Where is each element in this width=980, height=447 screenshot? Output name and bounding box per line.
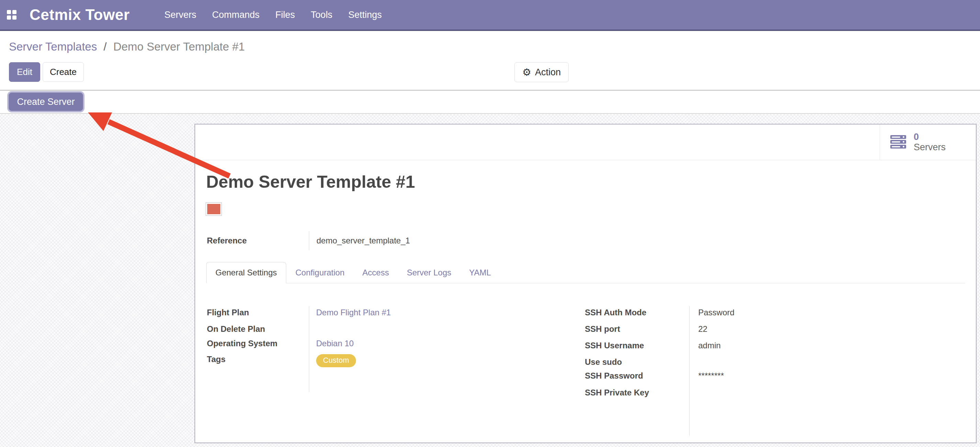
- field-value-use-sudo: [698, 357, 734, 371]
- field-label-operating-system: Operating System: [207, 338, 277, 354]
- gear-icon: ⚙: [522, 67, 531, 77]
- page: Cetmix Tower Servers Commands Files Tool…: [0, 0, 980, 447]
- breadcrumb-parent-link[interactable]: Server Templates: [9, 40, 97, 53]
- tab-yaml[interactable]: YAML: [469, 268, 491, 278]
- right-column-separator: [689, 306, 690, 436]
- field-label-tags: Tags: [207, 354, 277, 374]
- breadcrumb-current: Demo Server Template #1: [113, 40, 245, 53]
- menu-item-files[interactable]: Files: [267, 10, 303, 20]
- action-button[interactable]: ⚙ Action: [514, 62, 569, 82]
- apps-menu-icon[interactable]: [7, 10, 16, 19]
- field-value-operating-system-link[interactable]: Debian 10: [316, 339, 353, 348]
- tab-access[interactable]: Access: [363, 268, 389, 278]
- color-swatch-fill: [207, 204, 220, 214]
- menu-item-tools[interactable]: Tools: [303, 10, 340, 20]
- tag-custom[interactable]: Custom: [316, 354, 356, 367]
- field-label-ssh-password: SSH Password: [585, 371, 649, 388]
- color-swatch-picker[interactable]: [205, 202, 222, 216]
- field-value-flight-plan-link[interactable]: Demo Flight Plan #1: [316, 308, 391, 317]
- server-rack-icon: [890, 135, 907, 150]
- record-title: Demo Server Template #1: [206, 172, 415, 192]
- edit-button[interactable]: Edit: [9, 62, 40, 82]
- reference-label: Reference: [207, 236, 309, 246]
- notebook-tabs: General Settings Configuration Access Se…: [206, 262, 965, 283]
- breadcrumb-separator: /: [100, 40, 110, 53]
- tab-server-logs[interactable]: Server Logs: [407, 268, 451, 278]
- breadcrumb: Server Templates / Demo Server Template …: [9, 40, 245, 54]
- left-field-values: Demo Flight Plan #1 Debian 10 Custom: [316, 307, 391, 374]
- brand-title[interactable]: Cetmix Tower: [30, 6, 130, 23]
- field-value-ssh-private-key: [698, 388, 734, 405]
- create-button[interactable]: Create: [43, 62, 84, 82]
- field-label-ssh-port: SSH port: [585, 324, 649, 340]
- field-value-ssh-password: ********: [698, 371, 734, 388]
- field-label-ssh-username: SSH Username: [585, 340, 649, 357]
- field-label-on-delete-plan: On Delete Plan: [207, 324, 277, 338]
- field-label-use-sudo: Use sudo: [585, 357, 649, 371]
- right-field-labels: SSH Auth Mode SSH port SSH Username Use …: [585, 307, 649, 405]
- field-label-ssh-private-key: SSH Private Key: [585, 388, 649, 405]
- action-button-label: Action: [535, 67, 561, 78]
- field-label-flight-plan: Flight Plan: [207, 307, 277, 324]
- field-value-ssh-auth-mode: Password: [698, 307, 734, 324]
- tab-configuration[interactable]: Configuration: [296, 268, 345, 278]
- right-field-values: Password 22 admin ********: [698, 307, 734, 405]
- field-label-ssh-auth-mode: SSH Auth Mode: [585, 307, 649, 324]
- reference-value: demo_server_template_1: [309, 231, 410, 250]
- top-navbar: Cetmix Tower Servers Commands Files Tool…: [0, 0, 980, 31]
- field-value-ssh-username: admin: [698, 340, 734, 357]
- servers-count-label: Servers: [914, 142, 946, 153]
- card-header-row: 0 Servers: [195, 125, 976, 160]
- servers-stat-button[interactable]: 0 Servers: [880, 125, 976, 160]
- stat-texts: 0 Servers: [914, 132, 946, 153]
- tab-general-settings[interactable]: General Settings: [206, 262, 286, 283]
- servers-count: 0: [914, 132, 946, 142]
- main-menu: Servers Commands Files Tools Settings: [156, 10, 390, 20]
- left-column-separator: [309, 306, 309, 392]
- reference-row: Reference demo_server_template_1: [207, 231, 410, 250]
- server-template-card: 0 Servers Demo Server Template #1 Refere…: [194, 124, 977, 443]
- menu-item-settings[interactable]: Settings: [340, 10, 390, 20]
- left-field-labels: Flight Plan On Delete Plan Operating Sys…: [207, 307, 277, 374]
- menu-item-commands[interactable]: Commands: [204, 10, 267, 20]
- toolbar-divider: [0, 90, 980, 91]
- menu-item-servers[interactable]: Servers: [156, 10, 204, 20]
- create-server-button[interactable]: Create Server: [9, 93, 83, 111]
- field-value-ssh-port: 22: [698, 324, 734, 340]
